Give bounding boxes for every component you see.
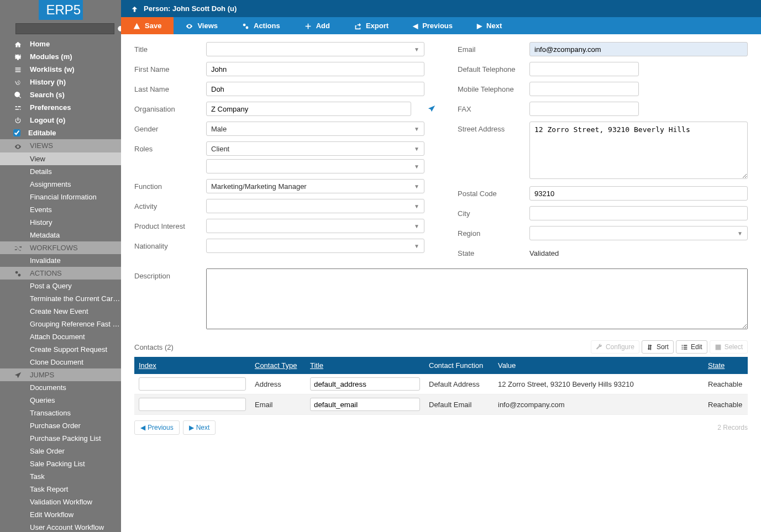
nav-label: Home <box>30 40 50 48</box>
actionbar: Save Views Actions Add Export ◀Previous … <box>121 17 761 34</box>
contact-function-cell: Default Address <box>424 374 494 394</box>
col-title[interactable]: Title <box>310 361 323 370</box>
title-input[interactable] <box>310 398 420 411</box>
pager-next-button[interactable]: ▶Next <box>183 420 216 435</box>
mobile-telephone-input[interactable] <box>529 82 639 96</box>
up-arrow-icon[interactable] <box>131 4 138 13</box>
list-icon <box>681 343 688 351</box>
sidebar-item-history[interactable]: History <box>0 216 121 229</box>
sidebar-item-grouping-reference-fast-input[interactable]: Grouping Reference Fast Input <box>0 318 121 330</box>
sidebar-item-purchase-order[interactable]: Purchase Order <box>0 419 121 432</box>
roles-select-2[interactable]: ▼ <box>206 159 424 173</box>
section-title: ACTIONS <box>30 269 62 277</box>
actions-button[interactable]: Actions <box>230 17 292 34</box>
postal-code-input[interactable] <box>529 186 748 201</box>
gender-label: Gender <box>134 122 206 133</box>
sidebar-item-terminate-the-current-career-[interactable]: Terminate the Current Career… <box>0 292 121 305</box>
sidebar-item-edit-workflow[interactable]: Edit Workflow <box>0 508 121 521</box>
nav-worklists-w-[interactable]: Worklists (w) <box>0 63 121 76</box>
sidebar-item-financial-information[interactable]: Financial Information <box>0 191 121 203</box>
product-interest-select[interactable]: ▼ <box>206 219 424 233</box>
eye-icon <box>186 22 193 29</box>
sidebar-item-sale-order[interactable]: Sale Order <box>0 445 121 457</box>
chevron-down-icon: ▼ <box>414 126 419 132</box>
sidebar-item-transactions[interactable]: Transactions <box>0 407 121 419</box>
save-button[interactable]: Save <box>121 17 174 34</box>
add-button[interactable]: Add <box>292 17 342 34</box>
nav-modules-m-[interactable]: Modules (m) <box>0 50 121 63</box>
gender-select[interactable]: Male▼ <box>206 122 424 136</box>
title-select[interactable]: ▼ <box>206 42 424 56</box>
roles-select[interactable]: Client▼ <box>206 141 424 156</box>
sidebar-item-task[interactable]: Task <box>0 470 121 483</box>
product-interest-label: Product Interest <box>134 219 206 230</box>
sidebar-item-create-support-request[interactable]: Create Support Request <box>0 343 121 356</box>
sidebar-item-task-report[interactable]: Task Report <box>0 483 121 496</box>
export-button[interactable]: Export <box>342 17 401 34</box>
sidebar-item-view[interactable]: View <box>0 152 121 165</box>
editable-checkbox[interactable] <box>13 129 20 136</box>
pager-previous-button[interactable]: ◀Previous <box>134 420 180 435</box>
email-input[interactable] <box>529 42 748 56</box>
sidebar-item-create-new-event[interactable]: Create New Event <box>0 305 121 318</box>
street-address-input[interactable]: 12 Zorro Street, 93210 Beverly Hills <box>529 122 748 179</box>
default-telephone-input[interactable] <box>529 62 639 76</box>
nav-editable[interactable]: Editable <box>0 127 121 139</box>
nav-home[interactable]: Home <box>0 38 121 50</box>
sidebar-item-user-account-workflow[interactable]: User Account Workflow <box>0 521 121 532</box>
nav-label: Modules (m) <box>30 52 72 61</box>
first-name-input[interactable] <box>206 62 424 76</box>
nav-label: Preferences <box>30 103 71 112</box>
sidebar-item-metadata[interactable]: Metadata <box>0 229 121 241</box>
activity-select[interactable]: ▼ <box>206 199 424 213</box>
activity-label: Activity <box>134 199 206 210</box>
sidebar-item-sale-packing-list[interactable]: Sale Packing List <box>0 457 121 470</box>
title-input[interactable] <box>310 377 420 391</box>
views-button[interactable]: Views <box>174 17 230 34</box>
sidebar-item-purchase-packing-list[interactable]: Purchase Packing List <box>0 432 121 445</box>
sidebar-item-details[interactable]: Details <box>0 165 121 178</box>
description-input[interactable] <box>206 268 748 329</box>
col-index[interactable]: Index <box>139 361 156 370</box>
fax-input[interactable] <box>529 102 639 116</box>
wrench-icon <box>596 343 603 351</box>
col-state[interactable]: State <box>708 361 725 370</box>
index-input[interactable] <box>139 377 246 391</box>
sidebar-item-queries[interactable]: Queries <box>0 394 121 407</box>
sidebar-item-attach-document[interactable]: Attach Document <box>0 330 121 343</box>
sidebar-item-post-a-query[interactable]: Post a Query <box>0 280 121 292</box>
nationality-select[interactable]: ▼ <box>206 239 424 253</box>
nav-search-s-[interactable]: Search (s) <box>0 88 121 101</box>
chevron-down-icon: ▼ <box>414 223 419 229</box>
city-input[interactable] <box>529 206 748 220</box>
edit-button[interactable]: Edit <box>676 340 707 354</box>
next-button[interactable]: ▶Next <box>465 17 514 34</box>
sidebar-item-events[interactable]: Events <box>0 203 121 216</box>
cogs-icon <box>242 22 249 29</box>
nav-logout-o-[interactable]: Logout (o) <box>0 114 121 127</box>
sidebar-item-clone-document[interactable]: Clone Document <box>0 356 121 368</box>
organisation-input[interactable] <box>206 102 411 116</box>
state-cell: Reachable <box>704 394 748 415</box>
function-select[interactable]: Marketing/Marketing Manager▼ <box>206 179 424 193</box>
last-name-input[interactable] <box>206 82 424 96</box>
nav-history-h-[interactable]: History (h) <box>0 76 121 88</box>
index-input[interactable] <box>139 398 246 411</box>
region-select[interactable]: ▼ <box>529 226 748 240</box>
chevron-down-icon: ▼ <box>737 230 743 236</box>
col-contact-type[interactable]: Contact Type <box>255 361 297 370</box>
state-label: State <box>458 246 529 257</box>
nav-preferences[interactable]: Preferences <box>0 101 121 114</box>
previous-button[interactable]: ◀Previous <box>401 17 465 34</box>
chevron-down-icon: ▼ <box>414 203 419 209</box>
sidebar-item-assignments[interactable]: Assignments <box>0 178 121 191</box>
select-button: Select <box>710 340 748 354</box>
sidebar-search-input[interactable] <box>15 23 114 34</box>
plane-icon[interactable] <box>428 105 435 114</box>
value-cell: info@zcompany.com <box>494 394 704 415</box>
share-icon <box>354 22 361 29</box>
sidebar-item-invalidate[interactable]: Invalidate <box>0 254 121 267</box>
sidebar-item-documents[interactable]: Documents <box>0 381 121 394</box>
sort-button[interactable]: Sort <box>642 340 674 354</box>
sidebar-item-validation-workflow[interactable]: Validation Workflow <box>0 496 121 508</box>
